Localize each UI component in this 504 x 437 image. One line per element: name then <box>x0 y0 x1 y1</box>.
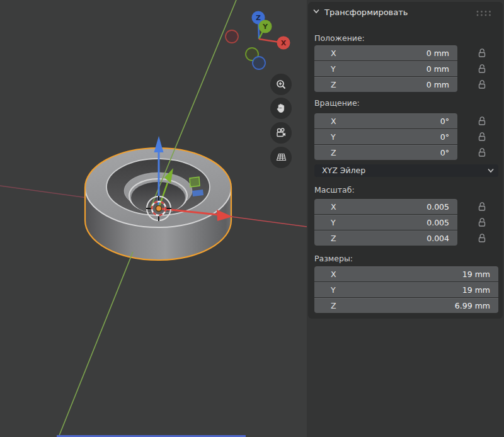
panel-drag-handle-icon[interactable] <box>476 9 493 17</box>
panel-collapse-chevron-icon[interactable] <box>313 9 319 14</box>
dimensions-x-field[interactable]: X 19 mm <box>314 266 498 281</box>
rotation-mode-dropdown[interactable]: XYZ Эйлер <box>314 164 498 177</box>
nav-x-label: X <box>281 39 287 47</box>
field-value: 6.99 mm <box>455 298 490 313</box>
rotation-z-field[interactable]: Z 0° <box>314 145 457 160</box>
transform-panel: Трансформировать Положение: X 0 mm Y 0 m… <box>308 2 503 319</box>
lock-icon[interactable] <box>477 116 487 126</box>
field-value: 0 mm <box>427 77 449 92</box>
lock-icon[interactable] <box>477 79 487 89</box>
hand-icon <box>275 103 287 114</box>
grid-toggle-button[interactable] <box>270 147 292 168</box>
lock-icon[interactable] <box>477 217 487 227</box>
nav-axis-z-negative[interactable] <box>253 57 265 69</box>
nav-y-label: Y <box>262 23 268 31</box>
field-value: 0 mm <box>427 46 449 60</box>
axis-label: Z <box>331 298 336 313</box>
gizmo-origin-dot[interactable] <box>156 206 162 212</box>
field-value: 19 mm <box>462 283 490 297</box>
sidebar-region: Трансформировать Положение: X 0 mm Y 0 m… <box>307 0 504 437</box>
lock-icon[interactable] <box>477 201 487 212</box>
field-value: 0.004 <box>427 231 449 246</box>
rotation-y-field[interactable]: Y 0° <box>314 129 457 144</box>
lock-icon[interactable] <box>477 48 487 58</box>
axis-label: Y <box>331 215 336 230</box>
lock-icon[interactable] <box>477 233 487 243</box>
lock-icon[interactable] <box>477 132 487 142</box>
nav-z-label: Z <box>256 14 261 22</box>
axis-label: Y <box>331 130 336 144</box>
field-value: 0° <box>440 130 449 144</box>
panel-title[interactable]: Трансформировать <box>324 8 408 17</box>
nav-axis-x-negative[interactable] <box>226 30 238 43</box>
gizmo-plane-handle-green[interactable] <box>190 177 200 187</box>
axis-label: Z <box>331 231 336 246</box>
axis-label: Y <box>331 283 336 297</box>
field-value: 0° <box>440 114 449 128</box>
gizmo-z-arrowhead[interactable] <box>154 136 164 152</box>
field-value: 0.005 <box>427 200 449 214</box>
navigation-gizmo[interactable]: Z Y X <box>220 6 296 72</box>
rotation-x-field[interactable]: X 0° <box>314 113 457 128</box>
dimensions-y-field[interactable]: Y 19 mm <box>314 282 498 297</box>
rotation-mode-value: XYZ Эйлер <box>322 164 365 177</box>
viewport-canvas[interactable]: Z Y X <box>0 0 307 437</box>
field-value: 19 mm <box>462 267 490 281</box>
pan-tool-button[interactable] <box>270 98 292 119</box>
dimensions-section-label: Размеры: <box>314 254 353 264</box>
axis-label: X <box>331 200 336 214</box>
rotation-section-label: Вращение: <box>314 98 360 108</box>
scale-y-field[interactable]: Y 0.005 <box>314 215 457 230</box>
camera-view-button[interactable] <box>270 122 292 144</box>
chevron-down-icon <box>488 168 494 173</box>
y-axis-line-lower <box>59 252 133 437</box>
zoom-tool-button[interactable] <box>270 74 292 95</box>
magnifier-plus-icon <box>275 79 287 91</box>
blender-window: Z Y X <box>0 0 504 437</box>
axis-label: X <box>331 114 336 128</box>
axis-label: Y <box>331 62 336 76</box>
scale-x-field[interactable]: X 0.005 <box>314 199 457 214</box>
field-value: 0.005 <box>427 215 449 230</box>
x-axis-line-negative <box>0 186 87 198</box>
nav-axis-y-positive[interactable]: Y <box>259 20 272 33</box>
scale-section-label: Масштаб: <box>314 185 355 195</box>
axis-label: Z <box>331 77 336 92</box>
location-z-field[interactable]: Z 0 mm <box>314 77 457 92</box>
axis-label: Z <box>331 145 336 160</box>
scale-z-field[interactable]: Z 0.004 <box>314 230 457 246</box>
location-x-field[interactable]: X 0 mm <box>314 45 457 60</box>
lock-icon[interactable] <box>477 147 487 157</box>
movie-camera-icon <box>275 127 287 139</box>
field-value: 0° <box>440 145 449 160</box>
nav-axis-x-positive[interactable]: X <box>277 37 290 50</box>
lock-icon[interactable] <box>477 64 487 74</box>
axis-label: X <box>331 267 336 281</box>
axis-label: X <box>331 46 336 60</box>
location-y-field[interactable]: Y 0 mm <box>314 61 457 76</box>
perspective-grid-icon <box>275 151 287 164</box>
dimensions-z-field[interactable]: Z 6.99 mm <box>314 298 498 313</box>
location-section-label: Положение: <box>314 33 365 43</box>
field-value: 0 mm <box>427 62 449 76</box>
